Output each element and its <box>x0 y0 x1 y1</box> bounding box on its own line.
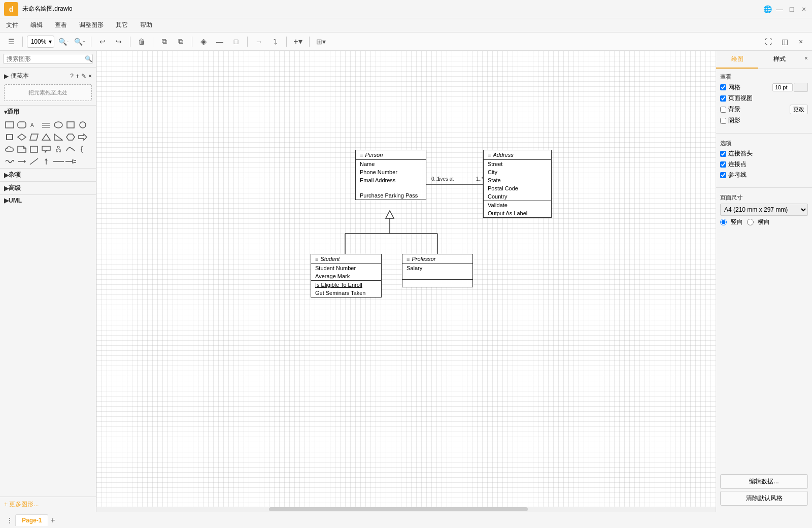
connection-button[interactable]: → <box>252 35 266 49</box>
insert-button[interactable]: +▾ <box>291 35 305 49</box>
shape-person[interactable] <box>53 144 64 155</box>
connection-points-checkbox[interactable] <box>720 161 726 168</box>
table-button[interactable]: ⊞▾ <box>314 35 328 49</box>
shape-arrow-right[interactable] <box>77 131 88 143</box>
category-uml[interactable]: ▶ UML <box>0 194 96 206</box>
page-tab-1[interactable]: Page-1 <box>15 514 48 526</box>
shape-button[interactable]: □ <box>229 35 243 49</box>
svg-rect-0 <box>6 122 14 128</box>
favorites-help-icon[interactable]: ? <box>70 73 74 80</box>
add-page-button[interactable]: + <box>50 516 55 525</box>
shape-callout[interactable] <box>41 144 52 155</box>
close-button[interactable]: × <box>800 5 808 13</box>
shape-process[interactable] <box>4 131 15 143</box>
shape-arrow-line[interactable] <box>16 156 27 167</box>
menu-other[interactable]: 其它 <box>114 20 130 30</box>
redo-button[interactable]: ↪ <box>112 35 126 49</box>
close-panel-button[interactable]: × <box>794 35 808 49</box>
tab-style[interactable]: 样式 <box>758 51 800 69</box>
grid-color-swatch[interactable] <box>794 83 808 92</box>
horizontal-scrollbar[interactable] <box>96 507 716 512</box>
bottom-menu-icon[interactable]: ⋮ <box>6 516 13 524</box>
shape-curly[interactable] <box>77 144 88 155</box>
shape-diagonal-line[interactable] <box>28 156 40 167</box>
shape-diamond[interactable] <box>16 131 27 143</box>
shape-square[interactable] <box>65 119 76 130</box>
shape-connector-2[interactable] <box>65 156 76 167</box>
shape-right-tri[interactable] <box>53 131 64 143</box>
minimize-button[interactable]: — <box>775 5 784 13</box>
clear-default-button[interactable]: 清除默认风格 <box>720 491 808 506</box>
shadow-checkbox[interactable] <box>720 118 726 124</box>
shape-note[interactable] <box>16 144 27 155</box>
menu-edit[interactable]: 编辑 <box>28 20 45 30</box>
shape-arrow-up[interactable] <box>41 156 52 167</box>
waypoint-button[interactable]: ⤵ <box>268 35 282 49</box>
panel-toggle-button[interactable]: ◫ <box>777 35 792 49</box>
grid-checkbox[interactable] <box>720 84 726 90</box>
favorites-close-icon[interactable]: × <box>88 73 92 80</box>
zoom-control: 100% ▾ <box>27 36 54 48</box>
zoom-out-button[interactable]: 🔍- <box>56 35 71 49</box>
shape-cloud[interactable] <box>4 144 15 155</box>
shape-circle[interactable] <box>77 119 88 130</box>
person-table[interactable]: ≡ Person Name Phone Number Email Address… <box>355 150 426 200</box>
zoom-in-button[interactable]: 🔍+ <box>73 35 87 49</box>
shape-text[interactable]: A <box>28 119 40 130</box>
sidebar-toggle-button[interactable]: ☰ <box>4 35 18 49</box>
shape-arc[interactable] <box>65 144 76 155</box>
favorites-add-icon[interactable]: + <box>76 73 79 80</box>
category-misc[interactable]: ▶ 杂项 <box>0 168 96 181</box>
category-advanced[interactable]: ▶ 高级 <box>0 181 96 194</box>
professor-table[interactable]: ≡ Professor Salary <box>402 254 473 287</box>
canvas-area[interactable]: 0..1 lives at 1..* ≡ Person <box>96 51 716 512</box>
connection-points-row: 连接点 <box>720 160 808 169</box>
background-checkbox[interactable] <box>720 107 726 113</box>
tab-drawing[interactable]: 绘图 <box>716 51 758 69</box>
delete-button[interactable]: 🗑 <box>134 35 149 49</box>
shape-squiggle[interactable] <box>4 156 15 167</box>
student-table[interactable]: ≡ Student Student Number Average Mark Is… <box>311 254 382 298</box>
undo-button[interactable]: ↩ <box>95 35 110 49</box>
menu-view[interactable]: 查看 <box>53 20 69 30</box>
edit-data-button[interactable]: 编辑数据... <box>720 474 808 489</box>
page-size-select[interactable]: A4 (210 mm x 297 mm) <box>720 204 808 216</box>
shape-hex[interactable] <box>65 131 76 143</box>
paste-button[interactable]: ⧉ <box>174 35 188 49</box>
page-view-checkbox[interactable] <box>720 95 726 102</box>
shape-triangle[interactable] <box>41 131 52 143</box>
grid-value-input[interactable] <box>772 83 793 91</box>
search-box[interactable]: 🔍 <box>3 54 93 64</box>
category-general[interactable]: ▾ 通用 <box>0 105 96 118</box>
guides-checkbox[interactable] <box>720 172 726 178</box>
menu-file[interactable]: 文件 <box>4 20 20 30</box>
globe-icon[interactable]: 🌐 <box>763 5 771 13</box>
search-input[interactable] <box>7 55 83 62</box>
student-table-header: ≡ Student <box>311 254 381 264</box>
favorites-edit-icon[interactable]: ✎ <box>81 73 86 80</box>
favorites-header[interactable]: ▶ 便笺本 ? + ✎ × <box>0 70 96 82</box>
copy-button[interactable]: ⧉ <box>157 35 172 49</box>
line-color-button[interactable]: — <box>213 35 227 49</box>
shape-rounded-rect[interactable] <box>16 119 27 130</box>
portrait-radio[interactable] <box>720 219 727 225</box>
right-panel-close[interactable]: × <box>800 51 812 69</box>
menu-help[interactable]: 帮助 <box>138 20 154 30</box>
shape-connector-1[interactable] <box>53 156 64 167</box>
options-section: 选项 连接箭头 连接点 参考线 <box>716 136 812 185</box>
shape-lines[interactable] <box>41 119 52 130</box>
more-shapes-button[interactable]: + 更多图形... <box>0 497 96 512</box>
landscape-radio[interactable] <box>747 219 754 225</box>
background-change-button[interactable]: 更改 <box>790 105 808 114</box>
menu-format[interactable]: 调整图形 <box>77 20 106 30</box>
person-table-icon: ≡ <box>360 152 363 158</box>
shape-page[interactable] <box>28 144 40 155</box>
fill-color-button[interactable]: ◈ <box>196 35 211 49</box>
shape-parallelogram[interactable] <box>28 131 40 143</box>
shape-ellipse[interactable] <box>53 119 64 130</box>
address-table[interactable]: ≡ Address Street City State Postal Code … <box>483 150 552 218</box>
maximize-button[interactable]: □ <box>788 5 796 13</box>
shape-rect[interactable] <box>4 119 15 130</box>
connection-arrows-checkbox[interactable] <box>720 151 726 157</box>
fullscreen-button[interactable]: ⛶ <box>761 35 775 49</box>
